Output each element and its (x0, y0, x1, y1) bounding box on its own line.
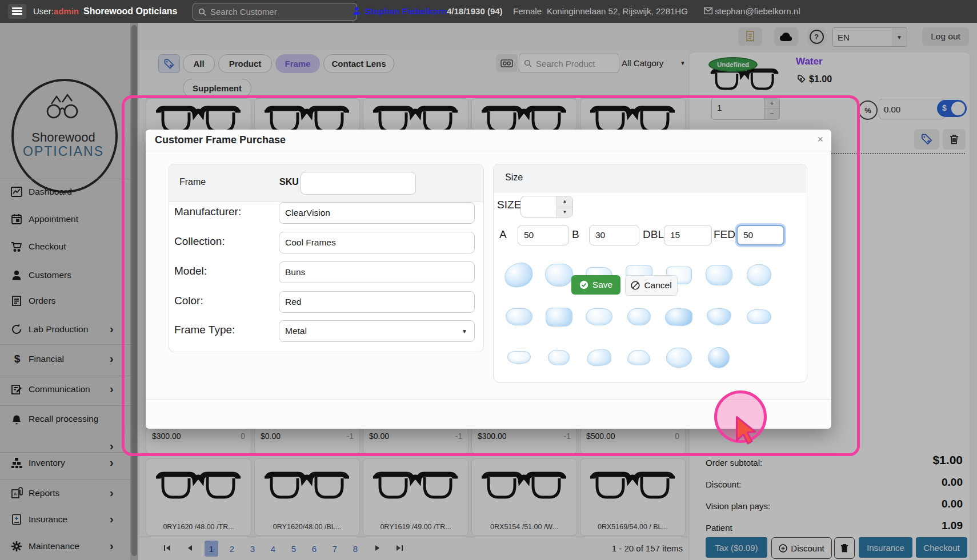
field-label: Manufacturer: (174, 206, 241, 218)
frame-section-title: Frame (179, 177, 206, 187)
size-label: SIZE (497, 199, 521, 211)
spin-up-icon[interactable]: ▲ (557, 196, 572, 207)
patient-dob: 4/18/1930 (94) (447, 6, 503, 16)
sku-label: SKU (279, 177, 299, 187)
lens-shape-option[interactable] (586, 348, 611, 367)
lens-shape-option[interactable] (503, 261, 535, 289)
dim-label: FED (714, 228, 735, 241)
field-label: Frame Type: (174, 324, 235, 336)
search-icon (198, 8, 206, 16)
dialog-header: Customer Frame Purchase × (146, 130, 831, 151)
top-bar: User:admin Shorewood Opticians Search Cu… (0, 0, 977, 23)
patient-email: stephan@fiebelkorn.nl (715, 6, 800, 16)
email-icon (704, 7, 712, 14)
lens-shape-option[interactable] (664, 307, 693, 326)
collection-input[interactable] (279, 232, 475, 253)
dropdown-arrow-icon: ▼ (462, 328, 467, 335)
app-window: User:admin Shorewood Opticians Search Cu… (0, 0, 977, 560)
spin-down-icon[interactable]: ▼ (557, 207, 572, 217)
search-customer-placeholder: Search Customer (210, 7, 277, 17)
patient-gender: Female (513, 6, 542, 16)
dialog-footer (146, 399, 831, 429)
lens-shape-option[interactable] (548, 350, 570, 365)
lens-shape-option[interactable] (747, 264, 771, 286)
lens-shape-option[interactable] (545, 264, 573, 287)
dialog-title: Customer Frame Purchase (155, 134, 286, 146)
frame-type-value: Metal (285, 326, 307, 336)
save-button[interactable]: Save (571, 275, 620, 295)
cancel-button[interactable]: Cancel (625, 275, 678, 296)
field-label: Collection: (174, 235, 225, 248)
size-spinner[interactable]: ▲▼ (520, 196, 573, 217)
lens-shape-option[interactable] (666, 348, 692, 368)
manufacturer-input[interactable] (279, 202, 475, 224)
save-label: Save (592, 280, 612, 290)
lens-shape-option[interactable] (627, 350, 650, 365)
dim-fed-input[interactable] (736, 225, 784, 245)
company-name: Shorewood Opticians (83, 6, 177, 17)
dim-a-input[interactable] (518, 225, 569, 245)
size-section: Size SIZE ▲▼ A B DBL FED (493, 164, 807, 382)
field-label: Model: (174, 265, 207, 277)
lens-shape-option[interactable] (747, 309, 771, 324)
size-section-header: Size (494, 164, 807, 192)
search-customer-input[interactable]: Search Customer (193, 3, 357, 21)
close-icon[interactable]: × (817, 134, 823, 146)
lens-shape-option[interactable] (706, 265, 732, 285)
lens-shape-option[interactable] (546, 308, 572, 327)
hamburger-menu-icon[interactable] (8, 4, 26, 19)
lens-shape-option[interactable] (506, 308, 532, 325)
dim-dbl-input[interactable] (664, 225, 712, 245)
frame-section: Frame SKU Manufacturer: Collection: Mode… (169, 164, 484, 352)
color-input[interactable] (279, 291, 475, 313)
patient-address: Koninginnelaan 52, Rijswijk, 2281HG (547, 6, 688, 16)
dim-label: DBL (643, 228, 664, 241)
lens-shape-option[interactable] (707, 308, 731, 325)
customer-frame-purchase-dialog: Customer Frame Purchase × Frame SKU Manu… (146, 130, 831, 429)
frame-section-header: Frame SKU (169, 164, 483, 202)
patient-name[interactable]: Stephan Fiebelkorn (365, 6, 447, 17)
lens-shape-option[interactable] (708, 347, 730, 368)
cancel-label: Cancel (644, 280, 671, 291)
size-section-title: Size (505, 172, 523, 183)
lens-shape-option[interactable] (627, 308, 651, 325)
dim-label: A (499, 228, 507, 241)
person-icon (353, 6, 361, 15)
user-label: User:admin (33, 6, 79, 16)
model-input[interactable] (279, 261, 475, 283)
field-label: Color: (174, 295, 203, 307)
sku-input[interactable] (301, 172, 416, 195)
dim-label: B (572, 228, 579, 241)
cancel-circle-icon (631, 281, 640, 290)
dim-b-input[interactable] (589, 225, 639, 245)
lens-shape-option[interactable] (507, 351, 531, 364)
user-name: admin (54, 6, 79, 16)
frame-type-select[interactable]: Metal ▼ (279, 320, 475, 342)
check-circle-icon (579, 280, 588, 289)
lens-shape-option[interactable] (586, 308, 612, 325)
